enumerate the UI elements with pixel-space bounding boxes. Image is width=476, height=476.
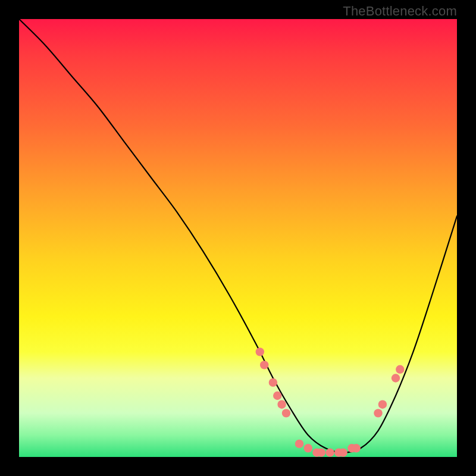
pt-7: [295, 440, 303, 448]
pt-18: [392, 374, 400, 382]
chart-area: [19, 19, 457, 457]
pt-1: [256, 347, 264, 356]
pt-2: [260, 361, 268, 369]
pt-3: [269, 378, 277, 387]
pt-15: [352, 444, 361, 452]
pt-8: [304, 444, 312, 452]
pt-10: [317, 448, 325, 456]
pt-19: [396, 365, 404, 374]
pt-6: [282, 409, 290, 417]
pt-5: [277, 400, 286, 409]
attribution-text: TheBottleneck.com: [343, 4, 457, 19]
bottleneck-plot: [19, 19, 457, 457]
pt-11: [325, 448, 334, 456]
pt-16: [374, 409, 382, 417]
bottleneck-curve: [19, 19, 457, 453]
pt-17: [378, 400, 387, 409]
pt-13: [339, 448, 347, 456]
pt-4: [273, 392, 281, 400]
data-points: [256, 347, 405, 457]
